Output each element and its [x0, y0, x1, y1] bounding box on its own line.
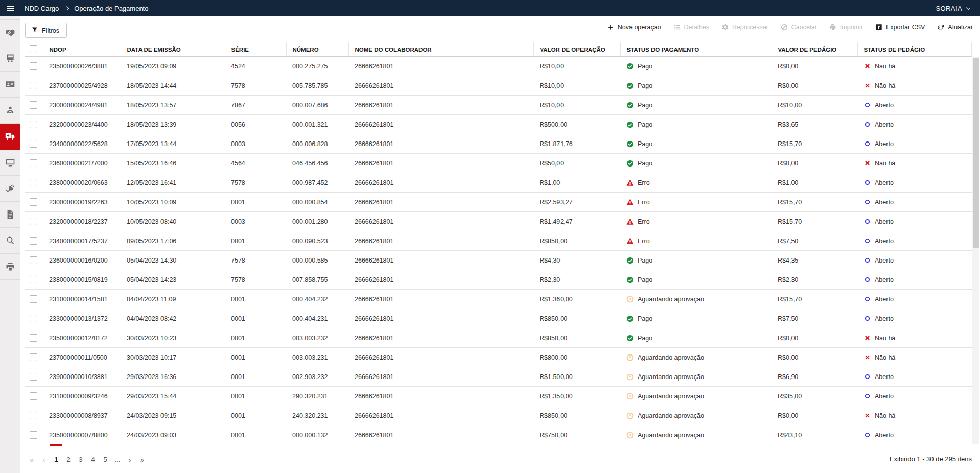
table-row[interactable]: 235000000007/880024/03/2023 09:030001000…: [25, 425, 972, 445]
column-header-4[interactable]: NOME DO COLABORADOR: [348, 42, 533, 57]
column-header-2[interactable]: SÉRIE: [225, 42, 286, 57]
nova-operacao-button[interactable]: Nova operação: [607, 23, 661, 31]
table-row[interactable]: 237000000025/492818/05/2023 14:447578005…: [25, 76, 972, 96]
table-row[interactable]: 231000000014/158104/04/2023 11:090001000…: [25, 290, 972, 309]
none-x-icon: [864, 63, 871, 70]
open-circle-icon: [864, 373, 871, 381]
cell-valor-pedagio: R$7,50: [772, 231, 857, 251]
cell-ndop: 237000000011/0500: [43, 348, 121, 367]
sidebar-item-handshake[interactable]: [0, 19, 20, 45]
row-checkbox[interactable]: [30, 62, 37, 70]
paid-check-icon: [626, 63, 634, 70]
column-header-1[interactable]: DATA DE EMISSÃO: [121, 42, 225, 57]
cell-colaborador: 26666261801: [348, 348, 533, 367]
error-triangle-icon: [626, 218, 634, 225]
select-all-checkbox[interactable]: [30, 45, 37, 53]
table-row[interactable]: 233000000008/893724/03/2023 09:150001240…: [25, 406, 972, 425]
sidebar-item-delivery-truck[interactable]: [0, 124, 20, 150]
breadcrumb-brand[interactable]: NDD Cargo: [25, 5, 59, 12]
page-button-5[interactable]: 5: [99, 444, 111, 473]
row-checkbox[interactable]: [30, 237, 37, 245]
more-pages-button[interactable]: ...: [111, 444, 124, 473]
sidebar-item-truck-front[interactable]: [0, 45, 20, 72]
table-row[interactable]: 233000000013/137204/04/2023 08:420001000…: [25, 309, 972, 328]
page-button-2[interactable]: 2: [62, 444, 75, 473]
sidebar-item-search[interactable]: [0, 228, 20, 254]
row-checkbox[interactable]: [30, 82, 37, 89]
table-row[interactable]: 238000000020/066312/05/2023 16:417578000…: [25, 173, 972, 193]
page-button-4[interactable]: 4: [87, 444, 99, 473]
row-checkbox[interactable]: [30, 256, 37, 264]
sidebar-item-printer[interactable]: [0, 254, 20, 280]
table-row[interactable]: 238000000015/081905/04/2023 14:237578007…: [25, 270, 972, 290]
sidebar-item-document[interactable]: [0, 202, 20, 228]
page-button-3[interactable]: 3: [75, 444, 87, 473]
row-checkbox[interactable]: [30, 295, 37, 303]
user-menu[interactable]: SORAIA: [936, 5, 970, 12]
cell-status-pagamento: Pago: [620, 96, 772, 115]
table-row[interactable]: 234000000022/562817/05/2023 13:440003000…: [25, 134, 972, 154]
row-checkbox[interactable]: [30, 373, 37, 381]
table-row[interactable]: 230000000019/226310/05/2023 10:090001000…: [25, 193, 972, 212]
atualizar-button[interactable]: Atualizar: [937, 23, 973, 31]
row-checkbox[interactable]: [30, 198, 37, 206]
sidebar-item-id-card[interactable]: [0, 72, 20, 98]
filters-button[interactable]: Filtros: [25, 23, 67, 38]
cell-checkbox: [25, 173, 43, 193]
table-row[interactable]: 237000000011/050030/03/2023 10:170001003…: [25, 348, 972, 367]
cell-valor_operacao: R$1.871,76: [533, 134, 620, 154]
row-checkbox[interactable]: [30, 392, 37, 400]
cell-serie: 0001: [225, 231, 286, 251]
row-checkbox[interactable]: [30, 179, 37, 186]
row-checkbox[interactable]: [30, 431, 37, 439]
table-row[interactable]: 231000000009/324629/03/2023 15:440001290…: [25, 387, 972, 406]
column-header-5[interactable]: VALOR DE OPERAÇÃO: [533, 42, 620, 57]
table-row[interactable]: 235000000012/017230/03/2023 10:230001003…: [25, 328, 972, 348]
monitor-icon: [5, 157, 15, 168]
row-checkbox[interactable]: [30, 159, 37, 167]
row-checkbox[interactable]: [30, 315, 37, 322]
table-row[interactable]: 232000000023/440018/05/2023 13:390056000…: [25, 115, 972, 134]
table-row[interactable]: 232000000018/223710/05/2023 08:400003000…: [25, 212, 972, 231]
row-checkbox[interactable]: [30, 412, 37, 419]
row-checkbox[interactable]: [30, 140, 37, 148]
cell-status-pagamento: Aguardando aprovação: [620, 348, 772, 367]
row-checkbox[interactable]: [30, 334, 37, 342]
column-header-6[interactable]: STATUS DO PAGAMENTO: [620, 42, 772, 57]
page-button-1[interactable]: 1: [50, 444, 62, 473]
table-row[interactable]: 230000000024/498118/05/2023 13:577867000…: [25, 96, 972, 115]
table-row[interactable]: 236000000016/020005/04/2023 14:307578000…: [25, 251, 972, 270]
cell-status-pedagio: Aberto: [857, 387, 972, 406]
exportar-csv-button[interactable]: Exportar CSV: [875, 23, 925, 31]
row-checkbox[interactable]: [30, 101, 37, 109]
column-header-7[interactable]: VALOR DE PEDÁGIO: [772, 42, 857, 57]
scrollbar-thumb[interactable]: [973, 58, 979, 248]
next-page-button[interactable]: ›: [124, 444, 136, 473]
hamburger-menu-icon[interactable]: [0, 5, 20, 12]
row-checkbox[interactable]: [30, 218, 37, 225]
table-row[interactable]: 239000000010/388129/03/2023 16:360001002…: [25, 367, 972, 387]
cell-numero: 000.987.452: [286, 173, 348, 193]
cell-status-pedagio: Aberto: [857, 290, 972, 309]
printer-icon: [5, 262, 15, 272]
sidebar-item-driver[interactable]: [0, 98, 20, 124]
column-header-8[interactable]: STATUS DE PEDÁGIO: [857, 42, 972, 57]
cell-status-pagamento: Pago: [620, 270, 772, 290]
column-header-0[interactable]: NDOP: [43, 42, 121, 57]
row-checkbox[interactable]: [30, 276, 37, 283]
row-checkbox[interactable]: [30, 121, 37, 128]
cell-numero: 290.320.231: [286, 387, 348, 406]
sidebar-item-monitor[interactable]: [0, 150, 20, 176]
cell-numero: 000.001.321: [286, 115, 348, 134]
table-row[interactable]: 234000000017/523709/05/2023 17:060001000…: [25, 231, 972, 251]
cell-serie: 0001: [225, 425, 286, 445]
last-page-button[interactable]: »: [136, 444, 148, 473]
table-row[interactable]: 235000000026/388119/05/2023 09:094524000…: [25, 57, 972, 76]
column-header-3[interactable]: NÚMERO: [286, 42, 348, 57]
sidebar-item-plug[interactable]: [0, 176, 20, 202]
error-triangle-icon: [626, 199, 634, 206]
cell-status-pedagio: Aberto: [857, 193, 972, 212]
row-checkbox[interactable]: [30, 353, 37, 361]
table-row[interactable]: 236000000021/700015/05/2023 16:464564046…: [25, 154, 972, 173]
cell-colaborador: 26666261801: [348, 154, 533, 173]
